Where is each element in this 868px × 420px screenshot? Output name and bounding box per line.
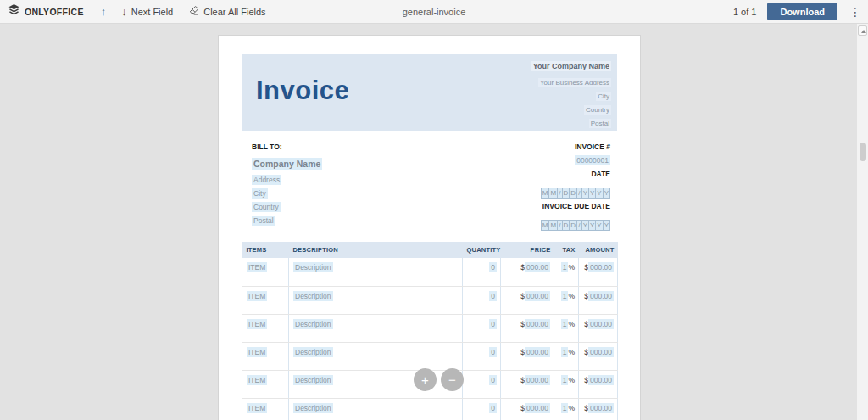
add-row-button[interactable]: +: [414, 368, 437, 391]
amount-cell: $000.00: [579, 398, 618, 420]
date-field[interactable]: MM/DD/YYYY: [541, 188, 610, 199]
download-button[interactable]: Download: [767, 3, 837, 20]
next-field-button[interactable]: ↓ Next Field: [121, 0, 173, 24]
clear-all-fields-button[interactable]: Clear All Fields: [188, 0, 265, 24]
amount-cell-field[interactable]: 000.00: [588, 262, 614, 272]
bill-to-address-field[interactable]: Address: [252, 175, 281, 185]
quantity-cell: 0: [463, 370, 501, 398]
toolbar: ONLYOFFICE ↑ ↓ Next Field Clear All Fiel…: [0, 0, 868, 24]
invoice-number-field[interactable]: 00000001: [575, 155, 610, 165]
date-label: DATE: [541, 170, 610, 179]
quantity-cell-field[interactable]: 0: [489, 262, 497, 272]
item-cell-field[interactable]: ITEM: [247, 262, 267, 272]
amount-cell-field[interactable]: 000.00: [588, 319, 614, 329]
table-header-row: ITEMS DESCRIPTION QUANTITY PRICE TAX AMO…: [242, 242, 618, 258]
bill-to-country-field[interactable]: Country: [252, 202, 281, 212]
item-cell-field[interactable]: ITEM: [247, 319, 267, 329]
price-cell-field[interactable]: 000.00: [525, 291, 550, 301]
brand-name: ONLYOFFICE: [25, 7, 84, 17]
tax-cell: 1%: [554, 258, 579, 286]
bill-to-city-field[interactable]: City: [252, 188, 268, 199]
amount-cell-field[interactable]: 000.00: [588, 375, 614, 385]
description-cell-field[interactable]: Description: [293, 403, 333, 413]
items-table-body: ITEMDescription0$000.001%$000.00ITEMDesc…: [242, 258, 618, 420]
item-cell-field[interactable]: ITEM: [247, 375, 267, 385]
bill-to-postal-field[interactable]: Postal: [252, 216, 275, 226]
item-cell: ITEM: [242, 286, 289, 314]
item-cell: ITEM: [242, 314, 289, 342]
price-cell-field[interactable]: 000.00: [525, 347, 550, 357]
invoice-title: Invoice: [256, 77, 349, 104]
price-cell: $000.00: [501, 286, 554, 314]
tax-header: TAX: [554, 242, 579, 258]
company-postal-field[interactable]: Postal: [589, 119, 611, 128]
quantity-cell: 0: [463, 342, 501, 370]
item-cell: ITEM: [242, 398, 289, 420]
price-cell-field[interactable]: 000.00: [525, 319, 550, 329]
scroll-up-icon[interactable]: [858, 25, 867, 36]
date-char-cell: M: [549, 220, 558, 231]
scrollbar-thumb[interactable]: [860, 143, 866, 161]
description-cell: Description: [289, 258, 463, 286]
quantity-cell-field[interactable]: 0: [489, 291, 497, 301]
brand: ONLYOFFICE: [8, 3, 84, 20]
description-cell-field[interactable]: Description: [293, 319, 333, 329]
description-cell-field[interactable]: Description: [293, 262, 333, 272]
more-options-button[interactable]: ⋮: [849, 6, 862, 18]
item-cell: ITEM: [242, 342, 289, 370]
date-char-cell: D: [563, 188, 570, 199]
items-table: ITEMS DESCRIPTION QUANTITY PRICE TAX AMO…: [242, 242, 618, 420]
quantity-cell: 0: [463, 286, 501, 314]
static-text: %: [568, 292, 575, 300]
amount-header: AMOUNT: [579, 242, 618, 258]
price-cell-field[interactable]: 000.00: [525, 375, 550, 385]
quantity-cell: 0: [463, 398, 501, 420]
eraser-icon: [188, 5, 199, 18]
item-cell-field[interactable]: ITEM: [247, 291, 267, 301]
description-header: DESCRIPTION: [289, 242, 463, 258]
company-address-field[interactable]: Your Business Address: [538, 78, 611, 87]
amount-cell-field[interactable]: 000.00: [588, 403, 614, 413]
amount-cell: $000.00: [579, 258, 618, 286]
date-char-cell: D: [570, 220, 577, 231]
price-cell-field[interactable]: 000.00: [525, 403, 550, 413]
onlyoffice-logo-icon: [8, 3, 20, 20]
due-date-label: INVOICE DUE DATE: [541, 202, 610, 211]
bill-to-company-field[interactable]: Company Name: [252, 158, 322, 170]
description-cell-field[interactable]: Description: [293, 291, 333, 301]
quantity-header: QUANTITY: [463, 242, 501, 258]
static-text: %: [568, 263, 575, 272]
remove-row-button[interactable]: −: [441, 368, 464, 391]
description-cell: Description: [289, 286, 463, 314]
kebab-menu-icon: ⋮: [849, 5, 861, 19]
item-row: ITEMDescription0$000.001%$000.00: [242, 258, 618, 286]
item-row: ITEMDescription0$000.001%$000.00: [242, 398, 618, 420]
due-date-field[interactable]: MM/DD/YYYY: [541, 220, 610, 231]
item-cell-field[interactable]: ITEM: [247, 403, 267, 413]
price-cell: $000.00: [501, 342, 554, 370]
quantity-cell-field[interactable]: 0: [489, 403, 497, 413]
quantity-cell-field[interactable]: 0: [489, 319, 497, 329]
amount-cell: $000.00: [579, 342, 618, 370]
item-cell-field[interactable]: ITEM: [247, 347, 267, 357]
previous-field-button[interactable]: ↑: [101, 0, 107, 24]
price-cell: $000.00: [501, 314, 554, 342]
quantity-cell-field[interactable]: 0: [489, 347, 497, 357]
bill-to-label: BILL TO:: [252, 143, 322, 152]
vertical-scrollbar: [856, 24, 868, 420]
date-char-cell: M: [541, 188, 550, 199]
field-navigation-group: ↑ ↓ Next Field Clear All Fields: [101, 0, 266, 24]
description-cell-field[interactable]: Description: [293, 375, 333, 385]
item-cell: ITEM: [242, 370, 289, 398]
date-char-cell: Y: [604, 220, 610, 231]
company-city-field[interactable]: City: [596, 92, 611, 101]
static-text: %: [568, 404, 575, 412]
amount-cell-field[interactable]: 000.00: [588, 291, 614, 301]
price-cell-field[interactable]: 000.00: [525, 262, 550, 272]
company-country-field[interactable]: Country: [584, 105, 611, 115]
quantity-cell-field[interactable]: 0: [489, 375, 497, 385]
amount-cell-field[interactable]: 000.00: [588, 347, 614, 357]
description-cell-field[interactable]: Description: [293, 347, 333, 357]
company-name-field[interactable]: Your Company Name: [531, 61, 611, 71]
page-indicator: 1 of 1: [733, 7, 757, 17]
